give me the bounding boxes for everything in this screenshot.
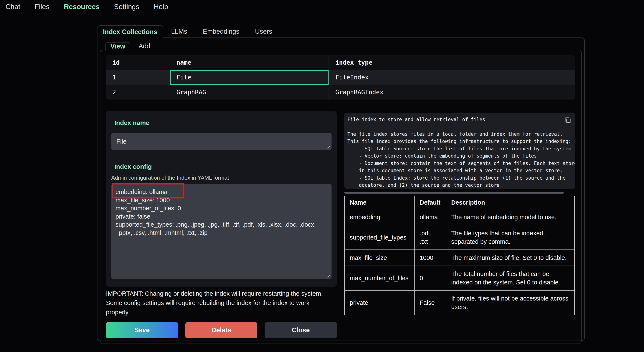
index-config-editor[interactable]: embedding: ollama max_file_size: 1000 ma…: [111, 184, 332, 279]
param-name: private: [344, 290, 414, 315]
param-description: The maximum size of file. Set 0 to disab…: [446, 250, 574, 266]
param-default: 1000: [414, 250, 446, 266]
nav-item-settings[interactable]: Settings: [114, 3, 139, 15]
nav-item-chat[interactable]: Chat: [6, 3, 20, 15]
param-default: .pdf, .txt: [414, 225, 446, 250]
index-config-value: embedding: ollama max_file_size: 1000 ma…: [116, 188, 330, 237]
view-add-tabbar: View Add: [105, 42, 582, 50]
table-cell-row1-id[interactable]: 1: [106, 70, 170, 85]
tab-embeddings[interactable]: Embeddings: [195, 26, 247, 38]
param-default: 0: [414, 266, 446, 290]
param-row-private: private False If private, files will not…: [344, 290, 574, 315]
index-description-panel: File index to store and allow retrieval …: [344, 113, 575, 189]
table-cell-row1-name-selected[interactable]: File: [170, 70, 328, 85]
table-cell-row1-index-type[interactable]: FileIndex: [328, 70, 575, 85]
index-name-input[interactable]: File: [111, 133, 332, 150]
table-cell-row2-id[interactable]: 2: [106, 85, 170, 100]
tab-users[interactable]: Users: [247, 26, 280, 38]
resize-handle-icon[interactable]: [326, 144, 330, 148]
param-column-name: Name: [344, 196, 414, 209]
column-header-id: id: [106, 55, 170, 70]
index-edit-form: Index name File Index config Admin confi…: [106, 111, 337, 338]
index-config-label: Index config: [114, 163, 332, 170]
tab-add[interactable]: Add: [130, 42, 158, 50]
column-header-index-type: index type: [328, 55, 575, 70]
index-name-value: File: [116, 138, 126, 145]
param-description: If private, files will not be accessible…: [446, 290, 574, 315]
index-info-column: File index to store and allow retrieval …: [344, 111, 575, 315]
param-row-max-number-of-files: max_number_of_files 0 The total number o…: [344, 266, 574, 290]
param-description: The total number of files that can be in…: [446, 266, 574, 290]
delete-button[interactable]: Delete: [185, 322, 258, 338]
param-row-supported-file-types: supported_file_types .pdf, .txt The file…: [344, 225, 574, 250]
tab-view[interactable]: View: [105, 42, 130, 50]
top-nav: Chat Files Resources Settings Help: [0, 0, 644, 15]
action-buttons: Save Delete Close: [106, 322, 337, 338]
nav-item-resources[interactable]: Resources: [64, 3, 100, 15]
param-name: max_file_size: [344, 250, 414, 266]
resize-handle-icon[interactable]: [326, 273, 330, 278]
column-header-name: name: [170, 55, 328, 70]
param-column-default: Default: [414, 196, 446, 209]
table-cell-row2-name[interactable]: GraphRAG: [170, 85, 328, 100]
param-default: ollama: [414, 209, 446, 225]
table-cell-row2-index-type[interactable]: GraphRAGIndex: [328, 85, 575, 100]
param-column-description: Description: [446, 196, 574, 209]
nav-item-files[interactable]: Files: [35, 3, 50, 15]
param-row-max-file-size: max_file_size 1000 The maximum size of f…: [344, 250, 574, 266]
param-name: supported_file_types: [344, 225, 414, 250]
param-description: The name of embedding model to use.: [446, 209, 574, 225]
close-button[interactable]: Close: [264, 322, 337, 338]
tab-index-collections[interactable]: Index Collections: [97, 26, 163, 38]
param-default: False: [414, 290, 446, 315]
horizontal-scrollbar[interactable]: [344, 192, 564, 194]
param-row-embedding: embedding ollama The name of embedding m…: [344, 209, 574, 225]
index-collections-panel: View Add id name index type 1 File FileI…: [97, 38, 585, 341]
save-button[interactable]: Save: [106, 322, 178, 338]
resources-tabbar: Index Collections LLMs Embeddings Users: [97, 26, 585, 38]
index-description-body: The file index stores files in a local f…: [348, 130, 575, 189]
index-collections-table: id name index type 1 File FileIndex 2 Gr…: [106, 55, 575, 100]
index-description-title: File index to store and allow retrieval …: [348, 116, 575, 123]
important-note: IMPORTANT: Changing or deleting the inde…: [106, 289, 331, 317]
index-form-panel: Index name File Index config Admin confi…: [106, 111, 337, 287]
index-config-info: Admin configuration of the Index in YAML…: [111, 174, 332, 181]
copy-icon: [564, 116, 572, 124]
param-name: max_number_of_files: [344, 266, 414, 290]
resources-page: Index Collections LLMs Embeddings Users …: [97, 26, 585, 341]
nav-item-help[interactable]: Help: [154, 3, 168, 15]
tab-llms[interactable]: LLMs: [163, 26, 195, 38]
copy-button[interactable]: [563, 116, 572, 125]
index-name-label: Index name: [114, 119, 332, 126]
param-description: The file types that can be indexed, sepa…: [446, 225, 574, 250]
view-tab-content: id name index type 1 File FileIndex 2 Gr…: [100, 50, 582, 344]
param-name: embedding: [344, 209, 414, 225]
index-parameters-table: Name Default Description embedding ollam…: [344, 196, 575, 315]
